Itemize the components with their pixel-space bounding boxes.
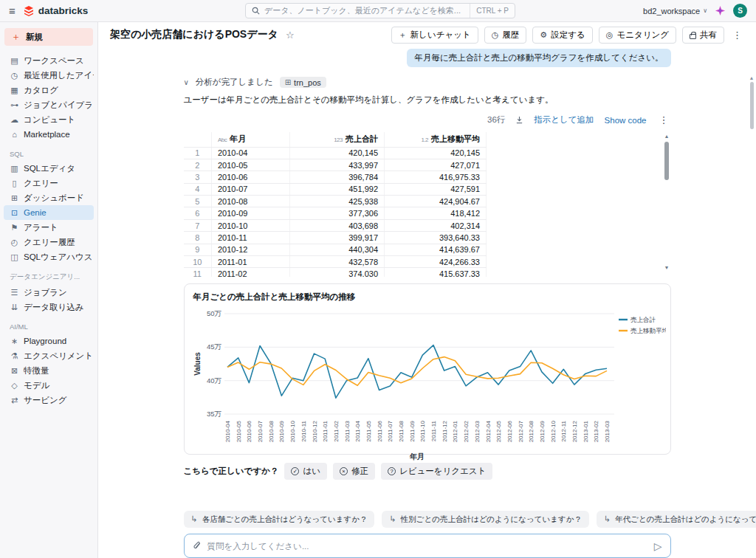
paperclip-icon[interactable] <box>193 541 202 551</box>
favorite-star-icon[interactable]: ☆ <box>286 30 295 41</box>
svg-text:2012-03: 2012-03 <box>473 420 480 442</box>
sidebar-item-dashboards[interactable]: ⊞ダッシュボード <box>4 190 94 205</box>
sidebar-item-sql-editor[interactable]: ▥SQLエディタ <box>4 161 94 176</box>
table-row[interactable]: 5 2010-08 425,938 424,904.67 <box>184 196 487 207</box>
sidebar-item-workspace[interactable]: ▤ワークスペース <box>4 53 94 68</box>
sidebar-item-queries[interactable]: ▯クエリー <box>4 176 94 190</box>
svg-text:2011-09: 2011-09 <box>408 420 415 441</box>
svg-text:年月: 年月 <box>409 452 425 461</box>
svg-text:2010-11: 2010-11 <box>300 420 306 441</box>
reply-arrow-icon: ↳ <box>191 514 198 524</box>
sidebar-item-data-ingestion[interactable]: ⇊データ取り込み <box>4 300 94 314</box>
table-scroll-down-icon[interactable]: ▼ <box>663 265 671 271</box>
settings-button[interactable]: ⚙ 設定する <box>532 27 592 44</box>
svg-text:売上合計: 売上合計 <box>630 316 656 323</box>
add-instruction-link[interactable]: 指示として追加 <box>534 114 594 125</box>
models-icon: ◇ <box>10 381 19 390</box>
sidebar-item-models[interactable]: ◇モデル <box>4 378 94 393</box>
table-row[interactable]: 3 2010-06 396,784 416,975.33 <box>184 171 487 183</box>
sidebar-item-serving[interactable]: ⇄サービング <box>4 393 94 407</box>
table-row[interactable]: 9 2010-12 440,304 414,639.67 <box>184 244 487 255</box>
sidebar-item-job-runs[interactable]: ☰ジョブラン <box>4 285 94 300</box>
svg-text:40万: 40万 <box>206 376 221 385</box>
assistant-sparkle-icon[interactable] <box>715 5 726 16</box>
header-buttons: ＋ 新しいチャット ◷ 履歴 ⚙ 設定する ◎ モニタリング 共有 <box>391 27 744 44</box>
table-row[interactable]: 10 2011-01 432,578 424,266.33 <box>184 256 487 268</box>
new-button[interactable]: ＋ 新規 <box>4 28 93 46</box>
job-runs-icon: ☰ <box>10 288 19 297</box>
svg-text:2012-08: 2012-08 <box>528 420 535 442</box>
suggestion-chip[interactable]: ↳各店舗ごとの売上合計はどうなっていますか？ <box>184 511 375 528</box>
workspace-selector[interactable]: bd2_workspace ∨ <box>643 7 707 16</box>
svg-text:2012-11: 2012-11 <box>560 420 567 441</box>
send-icon[interactable]: ▷ <box>654 541 662 551</box>
svg-text:2010-12: 2010-12 <box>311 420 317 442</box>
table-row[interactable]: 6 2010-09 377,306 418,412 <box>184 207 487 219</box>
new-chat-button[interactable]: ＋ 新しいチャット <box>391 27 478 44</box>
table-row[interactable]: 2 2010-05 433,997 427,071 <box>184 159 487 170</box>
sidebar-item-compute[interactable]: ☁コンピュート <box>4 112 94 127</box>
question-input[interactable] <box>207 542 648 551</box>
workspace-name: bd2_workspace <box>643 7 700 16</box>
sidebar-item-marketplace[interactable]: ⌂Marketplace <box>4 127 94 142</box>
sidebar-item-label: Marketplace <box>24 130 70 139</box>
feedback-fix-button[interactable]: × 修正 <box>333 463 375 480</box>
table-row[interactable]: 4 2010-07 451,992 427,591 <box>184 183 487 195</box>
catalog-icon: ▦ <box>10 86 19 95</box>
page-scrollbar[interactable]: ▲ <box>749 75 755 129</box>
result-more-options-icon[interactable]: ⋮ <box>657 114 671 125</box>
download-icon[interactable] <box>515 116 523 124</box>
column-type-icon: 1.2 <box>421 137 428 143</box>
sidebar-item-label: Playground <box>24 337 66 345</box>
table-scrollbar[interactable]: ▲ ▼ <box>663 134 671 274</box>
collapse-chevron-icon[interactable]: ∨ <box>184 78 189 86</box>
global-search-input[interactable]: データ、ノートブック、最近のアイテムなどを検索... CTRL + P <box>245 3 515 18</box>
sidebar-item-sql-warehouse[interactable]: ◫SQLウェアハウス <box>4 249 94 264</box>
databricks-logo[interactable]: databricks <box>23 5 89 17</box>
history-button[interactable]: ◷ 履歴 <box>484 27 527 44</box>
sidebar-item-alerts[interactable]: ⚑アラート <box>4 220 94 235</box>
suggestion-chip[interactable]: ↳年代ごとの売上合計はどのようになっていますか？ <box>597 511 756 528</box>
suggestion-chip[interactable]: ↳性別ごとの売上合計はどのようになっていますか？ <box>382 511 589 528</box>
column-header[interactable]: 123売上合計 <box>290 132 385 147</box>
svg-text:2012-06: 2012-06 <box>506 420 512 442</box>
cross-circle-icon: × <box>340 467 348 475</box>
sidebar-item-label: SQLエディタ <box>24 163 75 174</box>
svg-text:35万: 35万 <box>206 410 221 418</box>
sidebar-item-label: ワークスペース <box>24 55 84 66</box>
sidebar-item-features[interactable]: ⊠特徴量 <box>4 363 94 378</box>
sidebar-item-playground[interactable]: ∗Playground <box>4 334 94 348</box>
feedback-yes-button[interactable]: ✓ はい <box>284 463 327 480</box>
table-scroll-up-icon[interactable]: ▲ <box>663 134 671 140</box>
sidebar-item-experiments[interactable]: ⚗エクスペリメント <box>4 348 94 363</box>
sidebar-item-recents[interactable]: ◷最近使用したアイテ... <box>4 68 94 83</box>
hamburger-menu-icon[interactable]: ≡ <box>9 4 16 17</box>
table-row[interactable]: 8 2010-11 399,917 393,640.33 <box>184 232 487 244</box>
sidebar-item-label: コンピュート <box>24 114 75 125</box>
table-row[interactable]: 1 2010-04 420,145 420,145 <box>184 147 487 159</box>
column-header[interactable]: 1.2売上移動平均 <box>385 132 487 147</box>
more-options-icon[interactable]: ⋮ <box>730 30 744 41</box>
table-row[interactable]: 11 2011-02 374,030 415,637.33 <box>184 268 487 277</box>
scrollbar-thumb[interactable] <box>750 82 754 129</box>
sidebar-item-catalog[interactable]: ▦カタログ <box>4 83 94 97</box>
workspace-icon: ▤ <box>10 56 19 66</box>
feedback-question: こちらで正しいですか？ <box>184 466 279 477</box>
show-code-link[interactable]: Show code <box>605 116 647 125</box>
sidebar-item-query-history[interactable]: ◴クエリー履歴 <box>4 235 94 249</box>
svg-text:45万: 45万 <box>206 342 221 351</box>
svg-text:2010-08: 2010-08 <box>267 420 274 442</box>
column-header[interactable]: Abc年月 <box>212 132 290 147</box>
monitoring-button[interactable]: ◎ モニタリング <box>599 27 676 44</box>
table-row[interactable]: 7 2010-10 403,698 402,314 <box>184 219 487 231</box>
sidebar-item-genie[interactable]: ⊡Genie <box>4 205 94 220</box>
sidebar-item-jobs-pipelines[interactable]: ⊶ジョブとパイプライ... <box>4 97 94 112</box>
request-review-button[interactable]: ? レビューをリクエスト <box>381 463 492 480</box>
share-button[interactable]: 共有 <box>682 27 724 44</box>
user-avatar[interactable]: S <box>733 4 747 18</box>
scroll-up-icon[interactable]: ▲ <box>749 75 755 80</box>
table-scrollbar-thumb[interactable] <box>664 142 669 180</box>
analysis-description: ユーザーは年月ごとの売上合計とその移動平均を計算し、グラフを作成したいと考えてい… <box>184 94 671 106</box>
table-reference-chip[interactable]: ⊞ trn_pos <box>280 77 326 88</box>
result-table-container: Abc年月123売上合計1.2売上移動平均 1 2010-04 420,145 … <box>184 132 671 277</box>
